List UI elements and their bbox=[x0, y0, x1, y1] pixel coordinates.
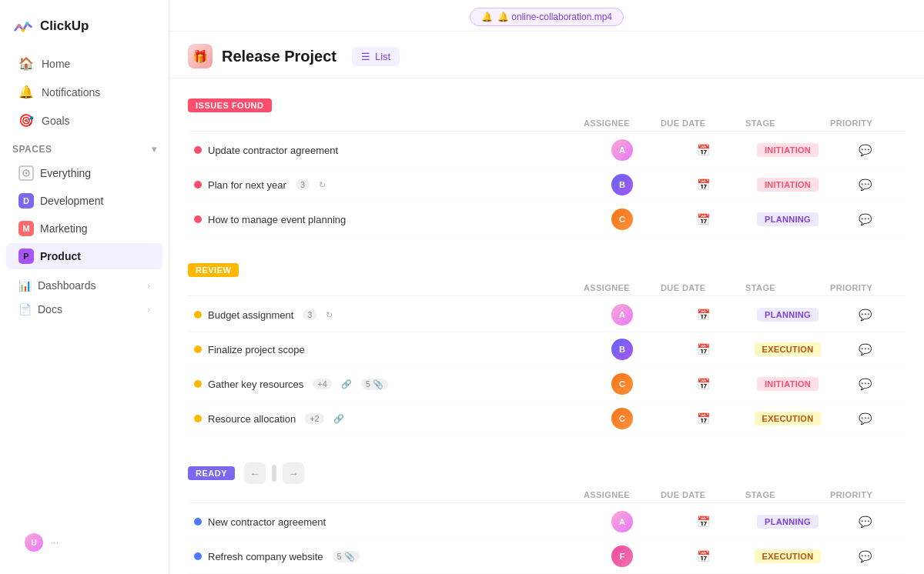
table-row[interactable]: Budget assignment 3 ↻ A 📅 PLANNING 💬 bbox=[188, 298, 906, 332]
col-duedate-issues: DUE DATE bbox=[661, 118, 745, 128]
chevron-right-icon-docs: › bbox=[147, 305, 150, 314]
task-count-badge: 3 bbox=[296, 179, 310, 190]
review-header-row: REVIEW bbox=[188, 255, 906, 280]
review-label: REVIEW bbox=[188, 263, 239, 277]
toolbar-btn-1[interactable]: ← bbox=[244, 462, 266, 484]
sidebar-item-product[interactable]: P Product bbox=[6, 243, 162, 269]
priority-icon: 💬 bbox=[859, 309, 872, 321]
ready-label: READY bbox=[188, 466, 235, 480]
col-stage-review: STAGE bbox=[745, 283, 830, 292]
task-dot bbox=[194, 518, 202, 526]
table-row[interactable]: New contractor agreement A 📅 PLANNING 💬 bbox=[188, 505, 906, 539]
task-dot bbox=[194, 415, 202, 422]
calendar-icon: 📅 bbox=[697, 213, 710, 225]
bell-icon: 🔔 bbox=[18, 85, 34, 99]
table-row[interactable]: Finalize project scope B 📅 EXECUTION 💬 bbox=[188, 332, 906, 367]
clickup-logo-icon bbox=[12, 15, 34, 37]
issues-label: ISSUES FOUND bbox=[188, 98, 272, 112]
link-icon: 🔗 bbox=[333, 414, 344, 424]
nav-home[interactable]: 🏠 Home bbox=[6, 50, 162, 77]
home-icon: 🏠 bbox=[18, 56, 34, 71]
task-name: Finalize project scope bbox=[208, 344, 305, 355]
avatar: A bbox=[611, 304, 633, 325]
priority-icon: 💬 bbox=[859, 378, 872, 390]
stage-badge: PLANNING bbox=[757, 212, 819, 226]
calendar-icon: 📅 bbox=[697, 309, 710, 321]
svg-point-2 bbox=[25, 22, 28, 25]
table-row[interactable]: Refresh company website 5 📎 F 📅 EXECUTIO… bbox=[188, 539, 906, 574]
table-row[interactable]: Update contractor agreement A 📅 INITIATI… bbox=[188, 133, 906, 168]
col-priority-review: PRIORITY bbox=[830, 283, 899, 292]
table-row[interactable]: Resource allocation +2 🔗 C 📅 EXECUTION 💬 bbox=[188, 402, 906, 436]
spaces-section-header: Spaces ▾ bbox=[0, 135, 169, 159]
task-name: Gather key resources bbox=[208, 379, 303, 390]
sidebar-item-docs-label: Docs bbox=[38, 303, 62, 315]
user-avatar-item[interactable]: U ··· bbox=[12, 527, 156, 558]
section-ready: READY ← → ASSIGNEE DUE DATE STAGE PRIORI… bbox=[188, 455, 906, 574]
sidebar-item-everything[interactable]: Everything bbox=[6, 160, 162, 186]
marketing-dot: M bbox=[18, 221, 34, 236]
sidebar-bottom-sections: 📊 Dashboards › 📄 Docs › bbox=[0, 270, 169, 325]
task-name: How to manage event planning bbox=[208, 214, 346, 225]
avatar: C bbox=[611, 408, 633, 429]
nav-goals[interactable]: 🎯 Goals bbox=[6, 107, 162, 134]
avatar: F bbox=[611, 546, 633, 567]
ready-toolbar: ← → bbox=[244, 462, 304, 484]
stage-badge: EXECUTION bbox=[755, 342, 822, 356]
calendar-icon: 📅 bbox=[697, 516, 710, 528]
task-dot bbox=[194, 146, 202, 154]
sidebar-item-docs[interactable]: 📄 Docs › bbox=[6, 298, 162, 321]
col-duedate-ready: DUE DATE bbox=[661, 490, 745, 499]
notification-icon: 🔔 bbox=[481, 12, 493, 22]
priority-icon: 💬 bbox=[859, 144, 872, 156]
svg-point-0 bbox=[18, 24, 21, 27]
main-content: 🔔 🔔 online-collaboration.mp4 🎁 Release P… bbox=[169, 0, 924, 574]
content-area: ISSUES FOUND ASSIGNEE DUE DATE STAGE PRI… bbox=[169, 78, 924, 574]
col-stage-ready: STAGE bbox=[745, 490, 830, 499]
user-name-label: ··· bbox=[51, 537, 59, 548]
section-review: REVIEW ASSIGNEE DUE DATE STAGE PRIORITY … bbox=[188, 255, 906, 436]
sidebar-item-marketing[interactable]: M Marketing bbox=[6, 215, 162, 242]
notification-text: 🔔 online-collaboration.mp4 bbox=[497, 12, 612, 22]
sidebar-footer: U ··· bbox=[0, 520, 169, 565]
toolbar-btn-3[interactable]: → bbox=[283, 462, 304, 484]
sidebar-item-dashboards[interactable]: 📊 Dashboards › bbox=[6, 274, 162, 297]
priority-icon: 💬 bbox=[859, 343, 872, 355]
sidebar-item-everything-label: Everything bbox=[40, 167, 91, 179]
stage-badge: PLANNING bbox=[757, 515, 819, 529]
col-stage-issues: STAGE bbox=[745, 118, 830, 128]
table-row[interactable]: How to manage event planning C 📅 PLANNIN… bbox=[188, 202, 906, 237]
col-priority-ready: PRIORITY bbox=[830, 490, 899, 499]
list-view-tab[interactable]: ☰ List bbox=[352, 47, 400, 66]
col-assignee-ready: ASSIGNEE bbox=[584, 490, 661, 499]
table-row[interactable]: Gather key resources +4 🔗 5 📎 C 📅 INITIA… bbox=[188, 367, 906, 402]
avatar: A bbox=[611, 139, 633, 161]
stage-badge: INITIATION bbox=[757, 377, 819, 391]
avatar: C bbox=[611, 209, 633, 230]
list-view-label: List bbox=[375, 51, 390, 62]
avatar: C bbox=[611, 373, 633, 395]
stage-badge: PLANNING bbox=[757, 308, 819, 322]
nav-home-label: Home bbox=[42, 58, 70, 70]
sidebar-item-development[interactable]: D Development bbox=[6, 188, 162, 214]
task-dot bbox=[194, 345, 202, 353]
priority-icon: 💬 bbox=[859, 516, 872, 528]
task-attach-badge: 5 📎 bbox=[333, 551, 360, 562]
chevron-right-icon: › bbox=[147, 281, 150, 290]
task-attach-badge: 5 📎 bbox=[361, 379, 388, 390]
avatar: A bbox=[611, 511, 633, 532]
toolbar-btn-2[interactable] bbox=[272, 465, 276, 482]
notification-banner[interactable]: 🔔 🔔 online-collaboration.mp4 bbox=[470, 8, 624, 26]
task-count-badge: 3 bbox=[303, 309, 316, 320]
calendar-icon: 📅 bbox=[697, 144, 710, 156]
spaces-label: Spaces bbox=[12, 144, 52, 155]
priority-icon: 💬 bbox=[859, 550, 872, 562]
nav-notifications[interactable]: 🔔 Notifications bbox=[6, 78, 162, 105]
col-assignee-issues: ASSIGNEE bbox=[584, 118, 661, 128]
ready-header-row: READY ← → bbox=[188, 455, 906, 487]
table-row[interactable]: Plan for next year 3 ↻ B 📅 INITIATION 💬 bbox=[188, 168, 906, 202]
task-name: Resource allocation bbox=[208, 413, 296, 425]
calendar-icon: 📅 bbox=[697, 550, 710, 562]
nav-goals-label: Goals bbox=[42, 115, 70, 127]
list-icon: ☰ bbox=[361, 51, 370, 62]
